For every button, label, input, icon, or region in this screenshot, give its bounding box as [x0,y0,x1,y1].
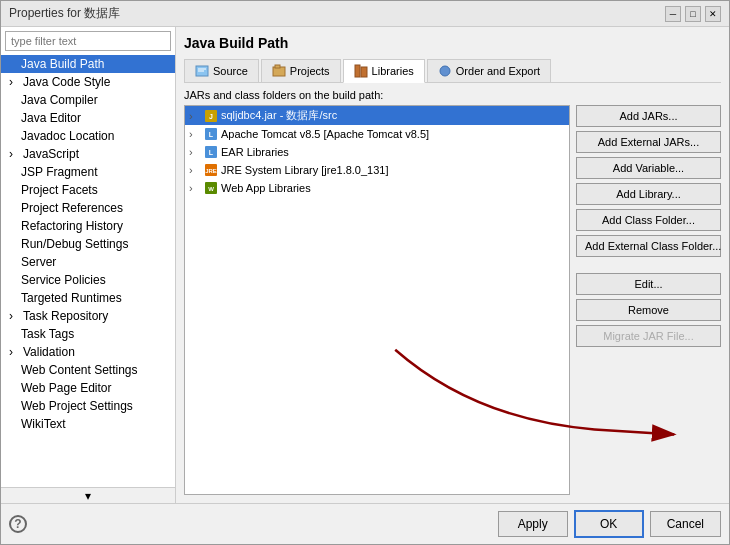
action-btn-add-external-class-folder-[interactable]: Add External Class Folder... [576,235,721,257]
svg-text:J: J [209,113,213,120]
jar-description: JARs and class folders on the build path… [184,89,721,101]
tree-item-label-2: EAR Libraries [221,146,289,158]
sidebar-item-project-references[interactable]: Project References [1,199,175,217]
sidebar-item-run/debug-settings[interactable]: Run/Debug Settings [1,235,175,253]
sidebar-item-wikitext[interactable]: WikiText [1,415,175,433]
svg-rect-5 [355,65,360,77]
sidebar-item-java-code-style[interactable]: Java Code Style [1,73,175,91]
bottom-left: ? [9,515,492,533]
action-btn-add-external-jars-[interactable]: Add External JARs... [576,131,721,153]
content-wrapper: Java Build Path SourceProjectsLibrariesO… [176,27,729,503]
page-title: Java Build Path [184,35,721,51]
maximize-button[interactable]: □ [685,6,701,22]
source-tab-icon [195,64,209,78]
tree-item-label-4: Web App Libraries [221,182,311,194]
sidebar-item-java-compiler[interactable]: Java Compiler [1,91,175,109]
svg-rect-6 [361,67,367,77]
ok-button[interactable]: OK [574,510,644,538]
filter-input[interactable] [5,31,171,51]
close-button[interactable]: ✕ [705,6,721,22]
tree-item-label-3: JRE System Library [jre1.8.0_131] [221,164,389,176]
action-btn-migrate-jar-file-: Migrate JAR File... [576,325,721,347]
window-title: Properties for 数据库 [9,5,120,22]
svg-text:L: L [209,149,214,156]
libraries-tab-icon [354,64,368,78]
projects-tab-label: Projects [290,65,330,77]
sidebar-item-java-build-path[interactable]: Java Build Path [1,55,175,73]
sidebar-item-server[interactable]: Server [1,253,175,271]
properties-window: Properties for 数据库 ─ □ ✕ Java Build Path… [0,0,730,545]
content-panel: Java Build Path SourceProjectsLibrariesO… [176,27,729,503]
main-layout: Java Build PathJava Code StyleJava Compi… [1,27,729,503]
titlebar: Properties for 数据库 ─ □ ✕ [1,1,729,27]
svg-text:JRE: JRE [205,168,217,174]
build-path-area: ›Jsqljdbc4.jar - 数据库/src›LApache Tomcat … [184,105,721,495]
sidebar-item-refactoring-history[interactable]: Refactoring History [1,217,175,235]
action-btn-remove[interactable]: Remove [576,299,721,321]
tree-item-label-0: sqljdbc4.jar - 数据库/src [221,108,337,123]
tree-expand-arrow-3[interactable]: › [189,164,201,176]
action-btn-add-jars-[interactable]: Add JARs... [576,105,721,127]
libraries-tab-label: Libraries [372,65,414,77]
tree-item-icon-1: L [204,127,218,141]
svg-text:W: W [208,186,214,192]
tab-libraries[interactable]: Libraries [343,59,425,83]
action-btn-edit-[interactable]: Edit... [576,273,721,295]
sidebar-item-task-repository[interactable]: Task Repository [1,307,175,325]
order and export-tab-icon [438,64,452,78]
sidebar-item-task-tags[interactable]: Task Tags [1,325,175,343]
tree-item-icon-0: J [204,109,218,123]
tree-item-icon-3: JRE [204,163,218,177]
svg-point-7 [440,66,450,76]
sidebar-item-web-project-settings[interactable]: Web Project Settings [1,397,175,415]
tab-order-and-export[interactable]: Order and Export [427,59,551,82]
order and export-tab-label: Order and Export [456,65,540,77]
sidebar-item-web-page-editor[interactable]: Web Page Editor [1,379,175,397]
sidebar-item-javascript[interactable]: JavaScript [1,145,175,163]
libraries-panel: ›Jsqljdbc4.jar - 数据库/src›LApache Tomcat … [184,105,570,495]
sidebar: Java Build PathJava Code StyleJava Compi… [1,27,176,503]
apply-button[interactable]: Apply [498,511,568,537]
bottom-bar: ? Apply OK Cancel [1,503,729,544]
sidebar-item-targeted-runtimes[interactable]: Targeted Runtimes [1,289,175,307]
action-btn-add-library-[interactable]: Add Library... [576,183,721,205]
sidebar-item-java-editor[interactable]: Java Editor [1,109,175,127]
tabs-bar: SourceProjectsLibrariesOrder and Export [184,59,721,83]
window-controls: ─ □ ✕ [665,6,721,22]
svg-rect-4 [275,65,280,68]
libraries-tree[interactable]: ›Jsqljdbc4.jar - 数据库/src›LApache Tomcat … [184,105,570,495]
tab-source[interactable]: Source [184,59,259,82]
tree-item-icon-4: W [204,181,218,195]
cancel-button[interactable]: Cancel [650,511,721,537]
tree-expand-arrow-4[interactable]: › [189,182,201,194]
sidebar-item-validation[interactable]: Validation [1,343,175,361]
tree-expand-arrow-0[interactable]: › [189,110,201,122]
sidebar-item-service-policies[interactable]: Service Policies [1,271,175,289]
tree-item-2[interactable]: ›LEAR Libraries [185,143,569,161]
sidebar-scroll-down[interactable]: ▾ [1,487,175,503]
sidebar-item-javadoc-location[interactable]: Javadoc Location [1,127,175,145]
tab-projects[interactable]: Projects [261,59,341,82]
minimize-button[interactable]: ─ [665,6,681,22]
action-btn-add-class-folder-[interactable]: Add Class Folder... [576,209,721,231]
tree-item-icon-2: L [204,145,218,159]
source-tab-label: Source [213,65,248,77]
sidebar-item-web-content-settings[interactable]: Web Content Settings [1,361,175,379]
tree-item-3[interactable]: ›JREJRE System Library [jre1.8.0_131] [185,161,569,179]
tree-item-label-1: Apache Tomcat v8.5 [Apache Tomcat v8.5] [221,128,429,140]
sidebar-item-jsp-fragment[interactable]: JSP Fragment [1,163,175,181]
help-icon[interactable]: ? [9,515,27,533]
svg-text:L: L [209,131,214,138]
tree-expand-arrow-1[interactable]: › [189,128,201,140]
projects-tab-icon [272,64,286,78]
buttons-panel: Add JARs...Add External JARs...Add Varia… [576,105,721,495]
sidebar-item-project-facets[interactable]: Project Facets [1,181,175,199]
tree-item-4[interactable]: ›WWeb App Libraries [185,179,569,197]
action-btn-add-variable-[interactable]: Add Variable... [576,157,721,179]
tree-item-1[interactable]: ›LApache Tomcat v8.5 [Apache Tomcat v8.5… [185,125,569,143]
sidebar-list: Java Build PathJava Code StyleJava Compi… [1,55,175,487]
btn-spacer [576,261,721,269]
tree-item-0[interactable]: ›Jsqljdbc4.jar - 数据库/src [185,106,569,125]
tree-expand-arrow-2[interactable]: › [189,146,201,158]
